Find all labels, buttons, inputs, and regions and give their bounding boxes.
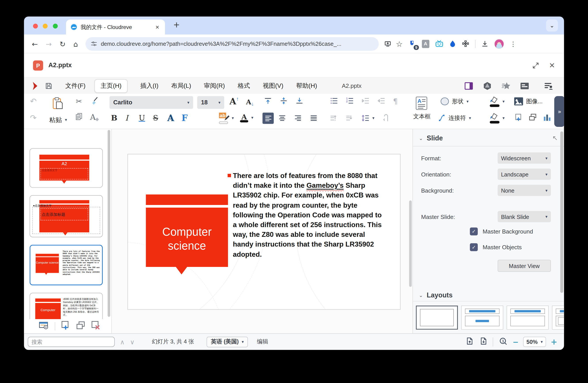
thumbnail-scrollbar[interactable] [107, 130, 110, 317]
start-slideshow-icon[interactable] [39, 321, 49, 331]
collapse-toolbar-button[interactable]: » [554, 96, 564, 127]
format-select[interactable]: Widescreen▾ [498, 152, 551, 164]
collapse-section-icon[interactable]: ⌄ [419, 135, 423, 141]
layouts-section-header[interactable]: ⌄ Layouts [413, 286, 564, 303]
decrease-font-icon[interactable]: A↓ [246, 97, 254, 107]
background-select[interactable]: None▾ [498, 185, 551, 196]
textbox-icon[interactable]: A [414, 95, 429, 111]
layout-two-content[interactable] [552, 306, 564, 330]
move-down-icon[interactable] [346, 114, 354, 122]
url-text[interactable]: demo.cloudreve.org/home?path=cloudreve%3… [101, 41, 373, 47]
install-app-icon[interactable] [384, 40, 391, 47]
paste-icon[interactable] [47, 96, 68, 111]
slide-title[interactable]: Computer science [146, 225, 228, 253]
thumbnail-slide-2[interactable]: ●点击添加文字 点击添加标题 [30, 195, 103, 237]
redo-icon[interactable]: ↷ [30, 113, 37, 122]
extensions-puzzle-icon[interactable] [462, 40, 469, 48]
align-top-icon[interactable] [264, 97, 272, 105]
drop-extension-icon[interactable] [449, 40, 456, 48]
image-button[interactable]: 图像... [514, 97, 543, 106]
decrease-indent-icon[interactable] [377, 97, 385, 105]
find-next-icon[interactable]: ∨ [130, 338, 134, 346]
save-icon[interactable] [45, 82, 53, 90]
zoom-100-icon[interactable]: 1 [499, 337, 507, 347]
add-slide-button[interactable] [61, 321, 70, 332]
theme-panel-icon[interactable] [464, 82, 473, 90]
textbox-button[interactable]: 文本框 [410, 113, 434, 120]
tune-icon[interactable] [91, 41, 97, 47]
minimize-window-button[interactable] [43, 24, 48, 28]
superscript-a-button[interactable]: A [167, 113, 174, 123]
close-window-button[interactable] [33, 24, 38, 28]
move-up-icon[interactable] [330, 114, 338, 122]
new-tab-button[interactable]: + [173, 20, 180, 29]
shape-fill-color-button[interactable]: ▾ [490, 113, 504, 123]
copy-icon[interactable] [75, 113, 83, 120]
align-center-button[interactable] [278, 114, 286, 122]
layout-title-content[interactable] [461, 306, 503, 330]
clear-style-icon[interactable]: A [90, 113, 99, 122]
open-advanced-icon[interactable] [552, 135, 558, 141]
line-spacing-button[interactable]: ▾ [362, 114, 375, 122]
menu-help[interactable]: 帮助(H) [296, 82, 317, 90]
menu-file[interactable]: 文件(F) [65, 82, 85, 90]
strikethrough-button[interactable]: S [153, 113, 158, 122]
cut-icon[interactable]: ✂ [76, 97, 82, 106]
font-name-select[interactable]: Carlito▾ [109, 96, 193, 109]
thumbnail-slide-1[interactable]: A2 点击添加文字 [30, 148, 103, 188]
reload-icon[interactable]: ↻ [60, 40, 66, 48]
paste-button[interactable]: 粘贴▾ [44, 113, 72, 126]
menu-view[interactable]: 视图(V) [263, 82, 283, 90]
align-right-button[interactable] [294, 114, 302, 122]
zoom-in-icon[interactable]: + [551, 337, 557, 346]
viewer-close-icon[interactable]: ✕ [549, 61, 555, 69]
extension-password-icon[interactable]: 9 [408, 40, 416, 48]
underline-button[interactable]: U [139, 113, 145, 122]
downloads-icon[interactable] [481, 40, 489, 47]
menu-insert[interactable]: 插入(I) [140, 82, 158, 90]
slide-section-header[interactable]: ⌄ Slide [413, 129, 564, 146]
master-background-checkbox[interactable]: ✓ [470, 227, 478, 235]
shape-gem-icon[interactable] [483, 82, 492, 90]
tab-close-icon[interactable]: ✕ [153, 23, 161, 30]
forward-icon[interactable]: → [46, 40, 52, 48]
find-previous-icon[interactable]: ∧ [120, 338, 125, 346]
font-size-select[interactable]: 18▾ [197, 96, 224, 109]
user-list-icon[interactable] [544, 82, 553, 90]
align-middle-icon[interactable] [280, 97, 288, 105]
format-painter-icon[interactable] [91, 97, 99, 106]
language-select[interactable]: 英语 (美国) ▾ [207, 337, 248, 347]
callout-top-bar[interactable] [146, 194, 228, 205]
profile-avatar[interactable] [494, 39, 504, 49]
shape-button[interactable]: 形状 ▾ [440, 97, 468, 106]
collapse-layouts-icon[interactable]: ⌄ [419, 293, 423, 298]
italic-button[interactable]: I [125, 113, 128, 122]
slide-fill-color-button[interactable]: ▾ [490, 96, 504, 107]
numbered-list-icon[interactable]: 12 [346, 97, 354, 105]
slide-body-text[interactable]: There are lots of features from the 8080… [233, 171, 383, 259]
master-objects-checkbox[interactable]: ✓ [470, 243, 478, 251]
chart-icon[interactable] [543, 113, 551, 122]
favorites-star-icon[interactable] [502, 82, 510, 90]
insert-paragraph-icon[interactable]: ¶ [393, 97, 398, 106]
master-view-button[interactable]: Master View [498, 260, 551, 272]
slide-editor[interactable]: Computer science There are lots of featu… [127, 154, 400, 310]
align-justify-button[interactable] [310, 114, 318, 122]
comments-card-icon[interactable] [520, 82, 529, 90]
misspelled-word[interactable]: Gameboy’s [307, 181, 344, 189]
zoom-level-select[interactable]: 50% ▾ [523, 337, 546, 347]
fit-slide-icon[interactable] [466, 337, 474, 346]
menu-home[interactable]: 主页(H) [95, 79, 127, 92]
align-bottom-icon[interactable] [295, 97, 303, 105]
menu-layout[interactable]: 布局(L) [171, 82, 191, 90]
bilibili-extension-icon[interactable] [435, 40, 443, 48]
increase-indent-icon[interactable] [362, 97, 370, 105]
undo-icon[interactable]: ↶ [30, 97, 37, 106]
layout-title-only[interactable] [507, 306, 549, 330]
menu-review[interactable]: 审阅(R) [204, 82, 225, 90]
search-input[interactable] [28, 337, 115, 347]
bullet-list-icon[interactable] [330, 97, 338, 105]
bookmark-star-icon[interactable]: ☆ [396, 39, 402, 48]
increase-font-icon[interactable]: A↑ [230, 96, 239, 106]
duplicate-slide-icon[interactable] [529, 113, 537, 121]
